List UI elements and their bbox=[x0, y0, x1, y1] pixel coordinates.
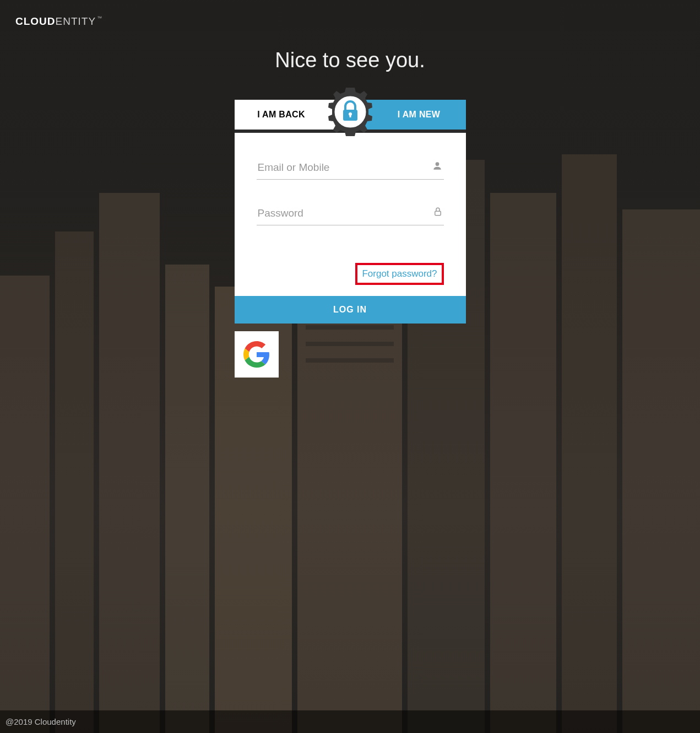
login-button[interactable]: LOG IN bbox=[235, 296, 466, 324]
svg-point-18 bbox=[435, 162, 439, 166]
tab-back-label: I AM BACK bbox=[257, 110, 327, 120]
forgot-password-link[interactable]: Forgot password? bbox=[355, 263, 443, 285]
login-card: I AM BACK I AM NEW bbox=[235, 100, 466, 378]
google-login-button[interactable] bbox=[235, 331, 279, 378]
email-field[interactable] bbox=[257, 157, 444, 180]
user-icon bbox=[432, 160, 443, 174]
logo-light: ENTITY bbox=[56, 15, 96, 27]
password-input-group bbox=[257, 203, 444, 225]
svg-rect-19 bbox=[435, 211, 441, 215]
forgot-password-row: Forgot password? bbox=[257, 263, 444, 285]
svg-rect-17 bbox=[349, 114, 351, 117]
logo-trademark: ™ bbox=[97, 15, 102, 21]
gear-lock-icon bbox=[323, 84, 378, 139]
password-field[interactable] bbox=[257, 203, 444, 225]
gear-lock-badge bbox=[323, 84, 378, 139]
brand-logo: CLOUDENTITY™ bbox=[15, 15, 102, 28]
footer-bar: @2019 Cloudentity bbox=[0, 710, 700, 733]
social-login-row bbox=[235, 331, 466, 378]
email-input-group bbox=[257, 157, 444, 180]
logo-bold: CLOUD bbox=[15, 15, 56, 27]
google-icon bbox=[243, 341, 270, 368]
tab-new-label: I AM NEW bbox=[376, 110, 440, 120]
login-form: Forgot password? bbox=[235, 133, 466, 296]
copyright-text: @2019 Cloudentity bbox=[6, 717, 76, 726]
lock-icon bbox=[433, 206, 443, 219]
page-title: Nice to see you. bbox=[275, 48, 425, 72]
